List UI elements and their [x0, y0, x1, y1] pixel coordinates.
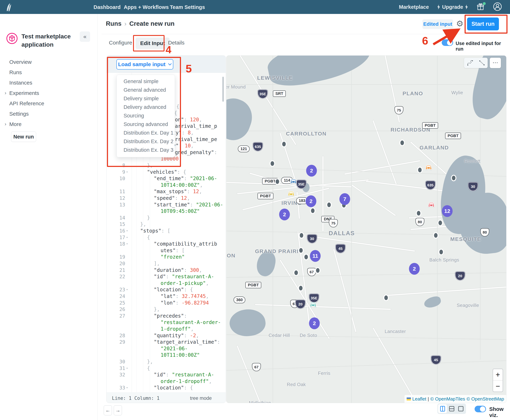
menu-item-distribution-ex-day-1[interactable]: Distribution Ex. Day 1: [117, 128, 175, 137]
menu-item-distribution-ex-day-3[interactable]: Distribution Ex. Day 3: [117, 146, 175, 154]
cluster-marker-7[interactable]: 7: [339, 193, 350, 205]
sidebar-item-instances[interactable]: Instances: [9, 80, 32, 86]
menu-item-distribution-ex-day-2[interactable]: Distribution Ex. Day 2: [117, 137, 175, 146]
gear-icon[interactable]: ⚙: [455, 19, 465, 29]
editor-scrollbar[interactable]: [222, 77, 224, 102]
line-number: 18: [107, 240, 125, 247]
menu-item-delivery-simple[interactable]: Delivery simple: [117, 94, 175, 103]
openstreetmap-link[interactable]: © OpenStreetMap: [466, 396, 504, 402]
new-run-button[interactable]: New run: [11, 132, 36, 142]
stop-marker[interactable]: [270, 160, 275, 167]
sidebar-item-overview[interactable]: Overview: [9, 59, 32, 65]
stop-marker[interactable]: [310, 208, 315, 214]
sidebar-item-more[interactable]: ›More: [9, 121, 22, 127]
sidebar-item-label: Instances: [9, 80, 32, 86]
stop-marker[interactable]: [298, 247, 304, 254]
stop-marker[interactable]: [281, 141, 287, 147]
sidebar-collapse-button[interactable]: «: [80, 31, 90, 42]
stop-marker[interactable]: [275, 178, 280, 185]
cluster-marker-2[interactable]: 2: [306, 165, 317, 177]
vehicle-blue-icon[interactable]: [289, 177, 297, 185]
cluster-marker-12[interactable]: 12: [442, 205, 453, 217]
tab-edit-input[interactable]: Edit Input: [136, 38, 169, 49]
map-more-options-button[interactable]: ⋯: [490, 58, 501, 68]
fold-arrow-icon[interactable]: ▾: [126, 234, 128, 241]
layout-split-horizontal-button[interactable]: [447, 404, 456, 413]
status-tree-mode[interactable]: tree mode: [190, 396, 212, 401]
gift-icon[interactable]: [476, 3, 485, 11]
stop-marker[interactable]: [399, 140, 405, 146]
sidebar-item-label: Experiments: [9, 90, 39, 96]
stop-marker[interactable]: [417, 167, 423, 173]
map-route-tools-button[interactable]: [464, 58, 488, 68]
code-row: 17▾{: [107, 234, 226, 241]
menu-item-delivery-advanced[interactable]: Delivery advanced: [117, 103, 175, 111]
leaflet-link[interactable]: Leaflet: [412, 396, 426, 402]
stop-marker[interactable]: [304, 254, 309, 260]
cluster-marker-2[interactable]: 2: [306, 195, 316, 207]
cluster-marker-2[interactable]: 2: [409, 263, 420, 275]
show-viz-toggle[interactable]: [475, 406, 486, 412]
stop-marker[interactable]: [298, 285, 304, 291]
stop-marker[interactable]: [383, 294, 389, 301]
openmaptiles-link[interactable]: © OpenMapTiles: [430, 396, 465, 402]
vehicle-teal-icon[interactable]: [309, 300, 317, 308]
nav-marketplace[interactable]: Marketplace: [399, 4, 429, 10]
fold-arrow-icon[interactable]: ▾: [126, 227, 128, 234]
menu-item-general-advanced[interactable]: General advanced: [117, 86, 175, 94]
zoom-out-button[interactable]: −: [493, 381, 503, 392]
line-number: 23: [107, 286, 125, 293]
stop-marker[interactable]: [293, 270, 299, 276]
cluster-marker-11[interactable]: 11: [310, 250, 321, 262]
map-road: [236, 345, 267, 403]
menu-item-general-simple[interactable]: General simple: [117, 77, 175, 86]
vehicle-orange-icon[interactable]: [425, 163, 433, 171]
single-pane-icon: [458, 406, 464, 412]
stop-marker[interactable]: [416, 210, 421, 217]
menu-item-sourcing[interactable]: Sourcing: [117, 111, 175, 120]
layout-single-button[interactable]: [457, 404, 465, 413]
fold-arrow-icon[interactable]: ▾: [126, 286, 128, 293]
prev-button[interactable]: ←: [104, 405, 112, 415]
stop-marker[interactable]: [451, 175, 456, 181]
sidebar-item-settings[interactable]: Settings: [9, 111, 29, 117]
map-road: [312, 236, 415, 252]
user-avatar-icon[interactable]: [493, 2, 502, 12]
menu-item-sourcing-advanced[interactable]: Sourcing advanced: [117, 120, 175, 128]
tab-configure[interactable]: Configure: [109, 40, 132, 46]
fold-arrow-icon[interactable]: ▾: [126, 365, 128, 372]
fold-arrow-icon[interactable]: ▾: [126, 384, 128, 391]
nav-dashboard[interactable]: Dashboard: [93, 4, 121, 10]
use-edited-input-toggle[interactable]: [442, 39, 453, 46]
sidebar-item-api-reference[interactable]: API Reference: [9, 100, 44, 106]
stop-marker[interactable]: [315, 267, 320, 274]
fold-arrow-icon[interactable]: ▾: [126, 169, 128, 175]
road-badge-75: 75: [395, 106, 403, 114]
stop-marker[interactable]: [299, 232, 304, 239]
stop-marker[interactable]: [438, 220, 443, 226]
load-sample-input-button[interactable]: Load sample input: [116, 59, 173, 69]
nav-apps-workflows[interactable]: Apps + Workflows: [124, 4, 169, 10]
layout-split-vertical-button[interactable]: [438, 404, 447, 413]
map[interactable]: LEWISVILLEer MoundCARROLLTONPLANOWylieRI…: [226, 55, 506, 403]
edited-input-button[interactable]: Edited input: [422, 19, 453, 29]
stop-marker[interactable]: [438, 249, 444, 255]
stop-marker[interactable]: [433, 232, 438, 239]
sidebar-item-experiments[interactable]: ›Experiments: [9, 90, 39, 96]
vehicle-red-icon[interactable]: [427, 200, 435, 208]
nextmv-logo-icon[interactable]: [5, 3, 13, 12]
fold-arrow-icon[interactable]: ▾: [126, 240, 128, 247]
breadcrumb-runs[interactable]: Runs: [106, 20, 122, 27]
sidebar-item-runs[interactable]: Runs: [9, 69, 22, 75]
nav-upgrade[interactable]: Upgrade: [437, 4, 468, 10]
cluster-marker-2[interactable]: 2: [309, 317, 320, 329]
breadcrumb-chevron-icon: ›: [122, 20, 129, 27]
nav-team-settings[interactable]: Team Settings: [170, 4, 205, 10]
zoom-in-button[interactable]: +: [493, 369, 503, 380]
stop-marker[interactable]: [326, 202, 332, 208]
cluster-marker-2[interactable]: 2: [279, 209, 290, 220]
map-place-label: Red Oak: [287, 382, 306, 387]
next-button[interactable]: →: [114, 405, 122, 415]
start-run-button[interactable]: Start run: [467, 17, 499, 30]
vehicle-yellow-icon[interactable]: [287, 189, 295, 197]
